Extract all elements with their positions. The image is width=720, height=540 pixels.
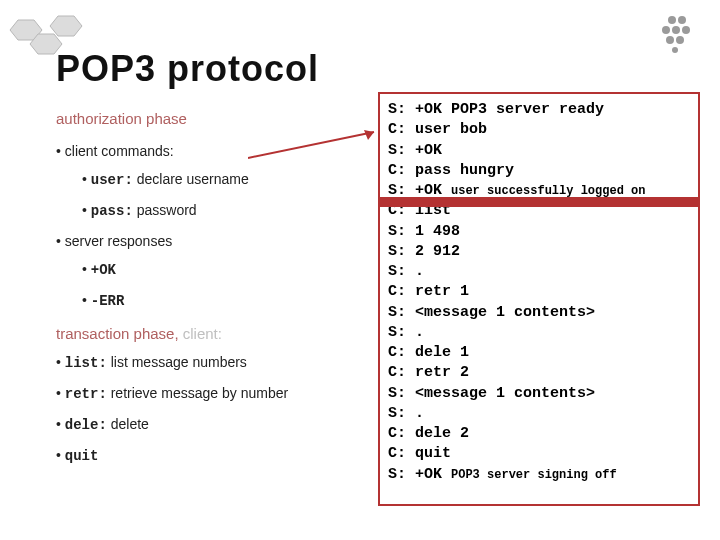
- svg-point-7: [682, 26, 690, 34]
- user-cmd-item: user: declare username: [82, 171, 376, 188]
- line-9: S: .: [388, 262, 690, 282]
- user-desc: declare username: [133, 171, 249, 187]
- line-18: C: quit: [388, 444, 690, 464]
- auth-list: client commands: user: declare username …: [56, 143, 376, 309]
- line-17: C: dele 2: [388, 424, 690, 444]
- svg-point-3: [668, 16, 676, 24]
- line-7: S: 1 498: [388, 222, 690, 242]
- svg-point-6: [672, 26, 680, 34]
- line-13: C: dele 1: [388, 343, 690, 363]
- auth-phase-heading: authorization phase: [56, 110, 376, 127]
- svg-point-5: [662, 26, 670, 34]
- line-2: C: user bob: [388, 120, 690, 140]
- line-16: S: .: [388, 404, 690, 424]
- slide: POP3 protocol authorization phase client…: [0, 0, 720, 540]
- retr-cmd: retr:: [65, 386, 107, 402]
- line-10: C: retr 1: [388, 282, 690, 302]
- retr-desc: retrieve message by number: [107, 385, 288, 401]
- retr-cmd-item: retr: retrieve message by number: [56, 385, 376, 402]
- dot-decoration-right: [630, 10, 690, 74]
- client-commands-label: client commands:: [65, 143, 174, 159]
- list-desc: list message numbers: [107, 354, 247, 370]
- quit-cmd-item: quit: [56, 447, 376, 464]
- svg-point-10: [672, 47, 678, 53]
- svg-marker-2: [50, 16, 82, 36]
- list-cmd: list:: [65, 355, 107, 371]
- panel-divider: [378, 197, 700, 207]
- line-15: S: <message 1 contents>: [388, 384, 690, 404]
- client-commands-item: client commands: user: declare username …: [56, 143, 376, 219]
- pass-cmd: pass:: [91, 203, 133, 219]
- line-12: S: .: [388, 323, 690, 343]
- line-11: S: <message 1 contents>: [388, 303, 690, 323]
- dele-desc: delete: [107, 416, 149, 432]
- txn-phase-text: transaction phase,: [56, 325, 179, 342]
- line-19: S: +OK POP3 server signing off: [388, 465, 690, 485]
- line-14: C: retr 2: [388, 363, 690, 383]
- user-cmd: user:: [91, 172, 133, 188]
- left-column: authorization phase client commands: use…: [56, 110, 376, 478]
- page-title: POP3 protocol: [56, 48, 319, 90]
- server-responses-label: server responses: [65, 233, 172, 249]
- txn-client-text: client:: [179, 325, 222, 342]
- client-commands-sublist: user: declare username pass: password: [82, 171, 376, 219]
- err-code: -ERR: [91, 293, 125, 309]
- pass-cmd-item: pass: password: [82, 202, 376, 219]
- line-4: C: pass hungry: [388, 161, 690, 181]
- line-1: S: +OK POP3 server ready: [388, 100, 690, 120]
- quit-cmd: quit: [65, 448, 99, 464]
- svg-point-9: [676, 36, 684, 44]
- server-responses-item: server responses +OK -ERR: [56, 233, 376, 309]
- txn-list: list: list message numbers retr: retriev…: [56, 354, 376, 464]
- txn-phase-heading: transaction phase, client:: [56, 325, 376, 342]
- server-responses-sublist: +OK -ERR: [82, 261, 376, 309]
- list-cmd-item: list: list message numbers: [56, 354, 376, 371]
- ok-item: +OK: [82, 261, 376, 278]
- protocol-transcript-panel: S: +OK POP3 server ready C: user bob S: …: [378, 92, 700, 506]
- err-item: -ERR: [82, 292, 376, 309]
- svg-point-8: [666, 36, 674, 44]
- ok-code: +OK: [91, 262, 116, 278]
- line-3: S: +OK: [388, 141, 690, 161]
- dele-cmd-item: dele: delete: [56, 416, 376, 433]
- line-8: S: 2 912: [388, 242, 690, 262]
- dele-cmd: dele:: [65, 417, 107, 433]
- pass-desc: password: [133, 202, 197, 218]
- svg-point-4: [678, 16, 686, 24]
